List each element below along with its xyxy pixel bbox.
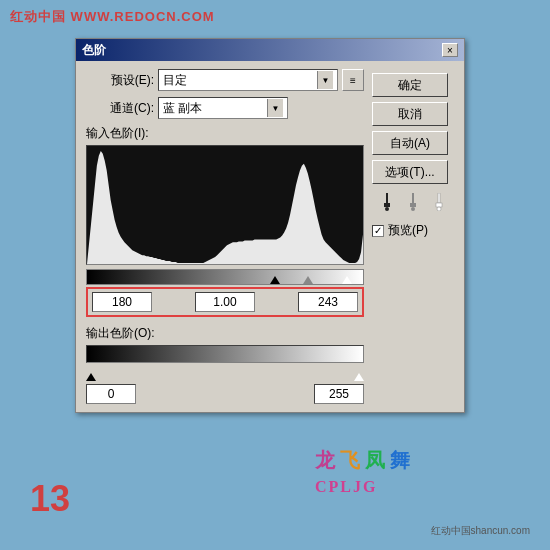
- options-button[interactable]: 选项(T)...: [372, 160, 448, 184]
- input-label: 输入色阶(I):: [86, 126, 149, 140]
- list-icon-button[interactable]: ≡: [342, 69, 364, 91]
- input-mid-field[interactable]: [195, 292, 255, 312]
- preset-label: 预设(E):: [86, 72, 154, 89]
- auto-button[interactable]: 自动(A): [372, 131, 448, 155]
- svg-text:CPLJG: CPLJG: [315, 478, 377, 495]
- eyedropper-black[interactable]: [376, 191, 398, 213]
- input-black-field[interactable]: [92, 292, 152, 312]
- svg-rect-2: [386, 193, 388, 203]
- output-values-row: [86, 384, 364, 404]
- svg-point-4: [385, 207, 389, 211]
- input-white-field[interactable]: [298, 292, 358, 312]
- eyedropper-white[interactable]: [428, 191, 450, 213]
- cancel-button[interactable]: 取消: [372, 102, 448, 126]
- svg-text:凤: 凤: [364, 449, 385, 471]
- channel-label: 通道(C):: [86, 100, 154, 117]
- preset-dropdown-arrow[interactable]: ▼: [317, 71, 333, 89]
- dialog-title: 色阶: [82, 42, 106, 59]
- preset-select[interactable]: 目定 ▼: [158, 69, 338, 91]
- watermark-top: 红动中国 WWW.REDOCN.COM: [10, 8, 215, 26]
- channel-value: 蓝 副本: [163, 100, 202, 117]
- eyedroppers-row: [372, 191, 454, 213]
- svg-rect-5: [412, 193, 414, 203]
- preview-row: ✓ 预览(P): [372, 222, 454, 239]
- output-gradient: [86, 345, 364, 363]
- site-label: 红动中国shancun.com: [431, 524, 530, 538]
- list-icon: ≡: [350, 75, 356, 86]
- output-label: 输出色阶(O):: [86, 326, 155, 340]
- confirm-button[interactable]: 确定: [372, 73, 448, 97]
- svg-text:龙: 龙: [314, 449, 336, 471]
- svg-text:舞: 舞: [390, 449, 410, 471]
- output-black-field[interactable]: [86, 384, 136, 404]
- input-values-row: [86, 287, 364, 317]
- preview-checkbox[interactable]: ✓: [372, 225, 384, 237]
- svg-rect-3: [384, 203, 390, 207]
- channel-dropdown-arrow[interactable]: ▼: [267, 99, 283, 117]
- close-button[interactable]: ×: [442, 43, 458, 57]
- svg-rect-6: [410, 203, 416, 207]
- svg-text:飞: 飞: [340, 449, 360, 471]
- bottom-number: 13: [30, 478, 70, 520]
- dragon-decoration: 龙 飞 凤 舞 CPLJG: [310, 437, 470, 500]
- svg-point-10: [437, 207, 441, 211]
- checkmark-icon: ✓: [374, 225, 382, 236]
- histogram-container: [86, 145, 364, 265]
- svg-point-7: [411, 207, 415, 211]
- dialog-titlebar: 色阶 ×: [76, 39, 464, 61]
- svg-rect-9: [436, 203, 442, 207]
- channel-select[interactable]: 蓝 副本 ▼: [158, 97, 288, 119]
- preset-value: 目定: [163, 72, 187, 89]
- preview-label: 预览(P): [388, 222, 428, 239]
- output-white-field[interactable]: [314, 384, 364, 404]
- svg-rect-8: [438, 193, 440, 203]
- dialog: 色阶 × 预设(E): 目定 ▼ ≡: [75, 38, 465, 413]
- eyedropper-gray[interactable]: [402, 191, 424, 213]
